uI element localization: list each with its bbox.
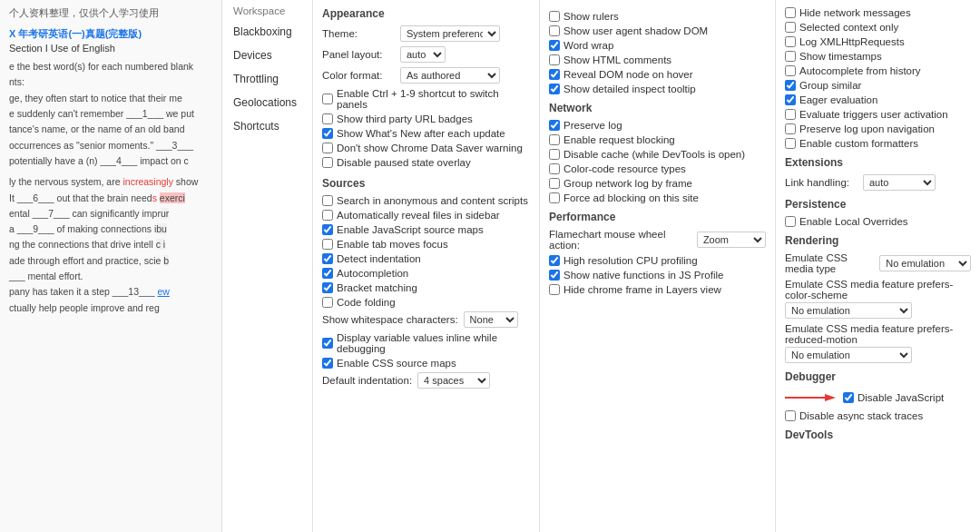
search-anon-checkbox[interactable] xyxy=(322,195,333,206)
eval-triggers-checkbox[interactable] xyxy=(785,109,796,120)
emulate-css-select[interactable]: No emulation print screen xyxy=(879,255,971,271)
selected-context-label[interactable]: Selected context only xyxy=(799,22,971,33)
tab-focus-checkbox[interactable] xyxy=(322,239,333,250)
disable-js-checkbox[interactable] xyxy=(843,392,854,403)
whats-new-checkbox[interactable] xyxy=(322,128,333,139)
disable-async-checkbox[interactable] xyxy=(785,410,796,421)
js-sourcemaps-checkbox[interactable] xyxy=(322,224,333,235)
whats-new-label[interactable]: Show What's New after each update xyxy=(337,128,530,139)
autocompletion-checkbox[interactable] xyxy=(322,268,333,279)
request-blocking-label[interactable]: Enable request blocking xyxy=(564,134,766,145)
timestamps-checkbox[interactable] xyxy=(785,51,796,62)
html-comments-label[interactable]: Show HTML comments xyxy=(564,54,766,65)
show-rulers-checkbox[interactable] xyxy=(549,11,560,22)
tab-focus-label[interactable]: Enable tab moves focus xyxy=(337,239,530,250)
autocompletion-label[interactable]: Autocompletion xyxy=(337,268,530,279)
js-sourcemaps-label[interactable]: Enable JavaScript source maps xyxy=(337,224,530,235)
hide-network-checkbox[interactable] xyxy=(785,7,796,18)
ctrl-shortcut-checkbox[interactable] xyxy=(322,94,333,104)
code-folding-label[interactable]: Code folding xyxy=(337,297,530,308)
group-similar-checkbox[interactable] xyxy=(785,80,796,91)
group-network-checkbox[interactable] xyxy=(549,178,560,189)
user-agent-shadow-checkbox[interactable] xyxy=(549,25,560,36)
reveal-files-label[interactable]: Automatically reveal files in sidebar xyxy=(337,210,530,221)
selected-context-checkbox[interactable] xyxy=(785,22,796,33)
reveal-files-checkbox[interactable] xyxy=(322,210,333,221)
color-resource-checkbox[interactable] xyxy=(549,163,560,174)
disable-async-label[interactable]: Disable async stack traces xyxy=(799,410,971,421)
detect-indent-label[interactable]: Detect indentation xyxy=(337,253,530,264)
ctrl-shortcut-label[interactable]: Enable Ctrl + 1-9 shortcut to switch pan… xyxy=(337,88,530,110)
display-vars-checkbox[interactable] xyxy=(322,338,333,349)
third-party-badges-label[interactable]: Show third party URL badges xyxy=(337,113,530,124)
disable-cache-checkbox[interactable] xyxy=(549,149,560,160)
whitespace-select[interactable]: None All Trailing xyxy=(464,311,518,328)
preserve-log-label[interactable]: Preserve log xyxy=(564,120,766,131)
html-comments-checkbox[interactable] xyxy=(549,54,560,65)
autocomplete-history-label[interactable]: Autocomplete from history xyxy=(799,65,971,76)
preserve-nav-label[interactable]: Preserve log upon navigation xyxy=(799,123,971,134)
disable-js-label[interactable]: Disable JavaScript xyxy=(858,392,971,403)
reveal-dom-label[interactable]: Reveal DOM node on hover xyxy=(564,69,766,80)
paused-state-checkbox[interactable] xyxy=(322,157,333,168)
timestamps-label[interactable]: Show timestamps xyxy=(799,51,971,62)
chrome-saver-checkbox[interactable] xyxy=(322,143,333,153)
force-ad-checkbox[interactable] xyxy=(549,192,560,203)
preserve-nav-checkbox[interactable] xyxy=(785,123,796,134)
css-sourcemaps-label[interactable]: Enable CSS source maps xyxy=(337,358,530,369)
local-overrides-label[interactable]: Enable Local Overrides xyxy=(799,216,971,227)
code-folding-checkbox[interactable] xyxy=(322,297,333,308)
third-party-badges-checkbox[interactable] xyxy=(322,113,333,124)
detect-indent-checkbox[interactable] xyxy=(322,253,333,264)
autocomplete-history-checkbox[interactable] xyxy=(785,65,796,76)
search-anon-label[interactable]: Search in anonymous and content scripts xyxy=(337,195,530,206)
theme-select[interactable]: System preference Light Dark xyxy=(400,25,500,42)
panel-layout-select[interactable]: auto horizontal vertical xyxy=(400,46,446,63)
display-vars-label[interactable]: Display variable values inline while deb… xyxy=(337,332,530,354)
bracket-matching-checkbox[interactable] xyxy=(322,282,333,293)
sidebar-item-geolocations[interactable]: Geolocations xyxy=(222,91,312,114)
local-overrides-checkbox[interactable] xyxy=(785,216,796,227)
emulate-css-motion-select[interactable]: No emulation reduce xyxy=(785,347,912,363)
bracket-matching-label[interactable]: Bracket matching xyxy=(337,282,530,293)
force-ad-label[interactable]: Force ad blocking on this site xyxy=(564,192,766,203)
emulate-css-color-select[interactable]: No emulation light dark xyxy=(785,302,912,319)
detailed-tooltip-checkbox[interactable] xyxy=(549,84,560,94)
flamechart-select[interactable]: Zoom Scroll xyxy=(697,232,766,248)
eval-triggers-label[interactable]: Evaluate triggers user activation xyxy=(799,109,971,120)
disable-cache-label[interactable]: Disable cache (while DevTools is open) xyxy=(564,149,766,160)
user-agent-shadow-label[interactable]: Show user agent shadow DOM xyxy=(564,25,766,36)
native-fn-checkbox[interactable] xyxy=(549,270,560,281)
sidebar-item-shortcuts[interactable]: Shortcuts xyxy=(222,114,312,138)
sidebar-item-throttling[interactable]: Throttling xyxy=(222,67,312,91)
request-blocking-checkbox[interactable] xyxy=(549,134,560,145)
sidebar-item-blackboxing[interactable]: Blackboxing xyxy=(222,20,312,44)
link-handling-select[interactable]: auto xyxy=(863,174,936,191)
log-xml-checkbox[interactable] xyxy=(785,36,796,47)
reveal-dom-checkbox[interactable] xyxy=(549,69,560,80)
group-network-label[interactable]: Group network log by frame xyxy=(564,178,766,189)
custom-formatters-label[interactable]: Enable custom formatters xyxy=(799,138,971,149)
chrome-saver-label[interactable]: Don't show Chrome Data Saver warning xyxy=(337,143,530,153)
word-wrap-checkbox[interactable] xyxy=(549,40,560,51)
eager-eval-label[interactable]: Eager evaluation xyxy=(799,94,971,105)
highres-cpu-label[interactable]: High resolution CPU profiling xyxy=(564,255,766,266)
sidebar-item-devices[interactable]: Devices xyxy=(222,44,312,67)
log-xml-label[interactable]: Log XMLHttpRequests xyxy=(799,36,971,47)
show-rulers-label[interactable]: Show rulers xyxy=(564,11,766,22)
eager-eval-checkbox[interactable] xyxy=(785,94,796,105)
color-format-select[interactable]: As authored HEX RGB HSL xyxy=(400,67,500,84)
color-resource-label[interactable]: Color-code resource types xyxy=(564,163,766,174)
group-similar-label[interactable]: Group similar xyxy=(799,80,971,91)
paused-state-label[interactable]: Disable paused state overlay xyxy=(337,157,530,168)
css-sourcemaps-checkbox[interactable] xyxy=(322,358,333,369)
preserve-log-checkbox[interactable] xyxy=(549,120,560,131)
word-wrap-label[interactable]: Word wrap xyxy=(564,40,766,51)
chrome-frame-checkbox[interactable] xyxy=(549,284,560,295)
default-indent-select[interactable]: 4 spaces 2 spaces 8 spaces Tab character xyxy=(417,372,490,389)
native-fn-label[interactable]: Show native functions in JS Profile xyxy=(564,270,766,281)
chrome-frame-label[interactable]: Hide chrome frame in Layers view xyxy=(564,284,766,295)
detailed-tooltip-label[interactable]: Show detailed inspect tooltip xyxy=(564,84,766,94)
highres-cpu-checkbox[interactable] xyxy=(549,255,560,266)
custom-formatters-checkbox[interactable] xyxy=(785,138,796,149)
